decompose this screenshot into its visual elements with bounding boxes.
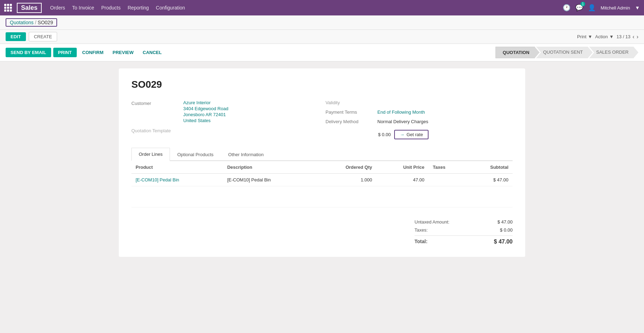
action-button[interactable]: Action ▼ xyxy=(595,34,614,39)
row-qty: 1.000 xyxy=(315,174,376,186)
quotation-template-label: Quotation Template xyxy=(131,127,180,133)
customer-address1: 3404 Edgewood Road xyxy=(183,106,228,111)
cancel-button[interactable]: CANCEL xyxy=(139,48,165,57)
totals-section: Untaxed Amount: $ 47.00 Taxes: $ 0.00 To… xyxy=(131,218,513,246)
taxes-label: Taxes: xyxy=(415,227,428,233)
user-avatar[interactable]: 👤 xyxy=(588,4,596,12)
table-row: [E-COM10] Pedal Bin [E-COM10] Pedal Bin … xyxy=(131,174,513,186)
untaxed-value: $ 47.00 xyxy=(485,219,513,225)
taxes-value: $ 0.00 xyxy=(485,227,513,233)
total-row: Total: $ 47.00 xyxy=(415,235,513,246)
right-fields: Validity Payment Terms End of Following … xyxy=(326,100,513,139)
pagination-count: 13 / 13 xyxy=(617,34,631,39)
form-grid: Customer Azure Interior 3404 Edgewood Ro… xyxy=(131,100,513,139)
customer-field-row: Customer Azure Interior 3404 Edgewood Ro… xyxy=(131,100,318,123)
col-taxes: Taxes xyxy=(429,161,466,174)
nav-reporting[interactable]: Reporting xyxy=(128,5,149,11)
print2-button[interactable]: PRINT xyxy=(53,48,77,57)
payment-terms-label: Payment Terms xyxy=(326,109,375,115)
customer-country: United States xyxy=(183,118,228,123)
notification-badge: 1 xyxy=(581,2,585,6)
step-sales-order[interactable]: SALES ORDER xyxy=(589,47,638,58)
get-rate-arrow-icon: → xyxy=(400,132,404,137)
col-product: Product xyxy=(131,161,223,174)
breadcrumb: Quotations / SO029 xyxy=(6,18,57,27)
validity-row: Validity xyxy=(326,100,513,105)
left-fields: Customer Azure Interior 3404 Edgewood Ro… xyxy=(131,100,318,139)
col-unit-price: Unit Price xyxy=(376,161,429,174)
get-rate-label: Get rate xyxy=(406,132,423,137)
print-label: Print xyxy=(577,34,587,39)
send-by-email-button[interactable]: SEND BY EMAIL xyxy=(6,48,51,57)
print-dropdown-icon: ▼ xyxy=(588,34,592,39)
nav-products[interactable]: Products xyxy=(101,5,121,11)
print-button[interactable]: Print ▼ xyxy=(577,34,592,39)
untaxed-label: Untaxed Amount: xyxy=(415,219,450,225)
payment-terms-value[interactable]: End of Following Month xyxy=(377,109,425,115)
delivery-method-value: Normal Delivery Charges xyxy=(377,119,428,124)
next-page-button[interactable]: › xyxy=(637,34,638,40)
nav-right: 🕐 💬 1 👤 Mitchell Admin ▼ xyxy=(563,4,640,12)
totals-table: Untaxed Amount: $ 47.00 Taxes: $ 0.00 To… xyxy=(415,218,513,246)
app-title[interactable]: Sales xyxy=(17,3,42,13)
total-value: $ 47.00 xyxy=(485,239,513,245)
col-subtotal: Subtotal xyxy=(466,161,513,174)
document-title: SO029 xyxy=(131,79,513,90)
tabs: Order Lines Optional Products Other Info… xyxy=(131,148,513,161)
customer-label: Customer xyxy=(131,100,180,106)
taxes-row: Taxes: $ 0.00 xyxy=(415,226,513,234)
breadcrumb-parent[interactable]: Quotations xyxy=(10,20,34,25)
user-dropdown-icon[interactable]: ▼ xyxy=(635,5,640,11)
status-steps: QUOTATION QUOTATION SENT SALES ORDER xyxy=(495,47,638,58)
chat-icon[interactable]: 💬 1 xyxy=(575,4,583,12)
preview-button[interactable]: PREVIEW xyxy=(109,48,137,57)
confirm-button[interactable]: CONFIRM xyxy=(79,48,107,57)
row-unit-price: 47.00 xyxy=(376,174,429,186)
clock-icon[interactable]: 🕐 xyxy=(563,4,570,12)
main-content: SO029 Customer Azure Interior 3404 Edgew… xyxy=(0,61,644,324)
status-bar: SEND BY EMAIL PRINT CONFIRM PREVIEW CANC… xyxy=(0,44,644,61)
tab-other-information[interactable]: Other Information xyxy=(221,148,271,161)
customer-value: Azure Interior 3404 Edgewood Road Jonesb… xyxy=(183,100,228,123)
row-description: [E-COM10] Pedal Bin xyxy=(223,174,314,186)
action-label: Action xyxy=(595,34,608,39)
delivery-price: $ 0.00 xyxy=(378,132,391,137)
row-subtotal: $ 47.00 xyxy=(466,174,513,186)
grid-menu-icon[interactable] xyxy=(4,4,12,12)
tab-order-lines[interactable]: Order Lines xyxy=(131,148,170,161)
tab-optional-products[interactable]: Optional Products xyxy=(170,148,221,161)
untaxed-amount-row: Untaxed Amount: $ 47.00 xyxy=(415,218,513,226)
total-label: Total: xyxy=(415,239,427,245)
breadcrumb-bar: Quotations / SO029 xyxy=(0,15,644,30)
payment-terms-row: Payment Terms End of Following Month xyxy=(326,109,513,115)
delivery-price-row: $ 0.00 → Get rate xyxy=(326,130,513,139)
breadcrumb-current: SO029 xyxy=(38,20,53,25)
nav-orders[interactable]: Orders xyxy=(50,5,65,11)
row-product[interactable]: [E-COM10] Pedal Bin xyxy=(131,174,223,186)
document-card: SO029 Customer Azure Interior 3404 Edgew… xyxy=(119,68,525,257)
create-button[interactable]: CREATE xyxy=(29,32,57,41)
step-quotation[interactable]: QUOTATION xyxy=(495,47,540,58)
step-quotation-sent[interactable]: QUOTATION SENT xyxy=(536,47,593,58)
prev-page-button[interactable]: ‹ xyxy=(632,34,634,40)
delivery-method-row: Delivery Method Normal Delivery Charges xyxy=(326,119,513,124)
row-taxes xyxy=(429,174,466,186)
get-rate-button[interactable]: → Get rate xyxy=(394,130,429,139)
action-dropdown-icon: ▼ xyxy=(609,34,614,39)
quotation-template-row: Quotation Template xyxy=(131,127,318,133)
pagination: 13 / 13 ‹ › xyxy=(617,34,638,40)
nav-to-invoice[interactable]: To Invoice xyxy=(72,5,94,11)
nav-configuration[interactable]: Configuration xyxy=(156,5,185,11)
customer-address2: Jonesboro AR 72401 xyxy=(183,112,228,117)
validity-label: Validity xyxy=(326,100,375,105)
nav-links: Orders To Invoice Products Reporting Con… xyxy=(50,5,563,11)
order-table: Product Description Ordered Qty Unit Pri… xyxy=(131,161,513,207)
col-description: Description xyxy=(223,161,314,174)
col-qty: Ordered Qty xyxy=(315,161,376,174)
action-bar: EDIT CREATE Print ▼ Action ▼ 13 / 13 ‹ › xyxy=(0,30,644,44)
edit-button[interactable]: EDIT xyxy=(6,32,26,41)
user-name[interactable]: Mitchell Admin xyxy=(601,5,630,11)
customer-name[interactable]: Azure Interior xyxy=(183,100,228,105)
top-nav: Sales Orders To Invoice Products Reporti… xyxy=(0,0,644,15)
breadcrumb-separator: / xyxy=(35,20,36,25)
